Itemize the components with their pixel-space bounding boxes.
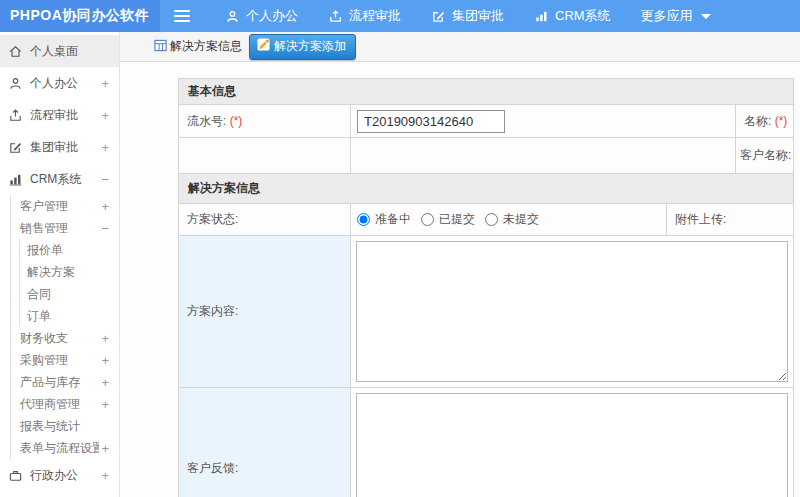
sidebar-item-personal-office[interactable]: 个人办公 +: [0, 67, 119, 99]
expand-marker[interactable]: +: [101, 140, 109, 155]
sidebar-item-label: 产品与库存: [20, 374, 99, 391]
status-radio-submitted[interactable]: [421, 213, 434, 226]
crm-submenu: 客户管理 + 销售管理 − 报价单 解决方案 合同 订单 财务收支 +: [10, 195, 119, 459]
expand-marker[interactable]: −: [101, 221, 109, 236]
status-label-cell: 方案状态:: [179, 204, 351, 236]
customer-feedback-textarea[interactable]: [356, 393, 788, 497]
nav-personal-office[interactable]: 个人办公: [210, 0, 313, 32]
serial-number-label: 流水号:: [187, 114, 226, 128]
expand-marker[interactable]: +: [101, 353, 109, 368]
sidebar-item-label: 个人办公: [30, 75, 99, 92]
nav-workflow-approval[interactable]: 流程审批: [313, 0, 416, 32]
share-icon: [328, 9, 343, 24]
sidebar-item-agent-management[interactable]: 代理商管理 +: [11, 393, 119, 415]
sidebar-item-contract[interactable]: 合同: [20, 283, 119, 305]
tab-solution-add[interactable]: 解决方案添加: [249, 34, 356, 60]
expand-marker[interactable]: −: [101, 172, 109, 187]
expand-marker[interactable]: +: [101, 375, 109, 390]
sidebar-item-label: 财务收支: [20, 330, 99, 347]
feedback-label-cell: 客户反馈:: [179, 388, 351, 497]
sidebar-item-quotation[interactable]: 报价单: [20, 239, 119, 261]
tab-label: 解决方案信息: [170, 38, 242, 55]
attachment-label-cell: 附件上传:: [667, 204, 794, 236]
share-icon: [8, 108, 23, 123]
tab-solution-info[interactable]: 解决方案信息: [154, 38, 242, 55]
tab-strip: 解决方案信息 解决方案添加: [120, 32, 800, 62]
expand-marker[interactable]: +: [101, 468, 109, 483]
sidebar-item-order[interactable]: 订单: [20, 305, 119, 327]
expand-marker[interactable]: +: [101, 76, 109, 91]
nav-label: 集团审批: [452, 7, 504, 25]
empty-label-cell: [179, 138, 351, 174]
sidebar-item-label: 行政办公: [30, 467, 99, 484]
app-logo: PHPOA协同办公软件: [0, 0, 160, 32]
feedback-field-cell: [351, 388, 794, 497]
sidebar-item-products-inventory[interactable]: 产品与库存 +: [11, 371, 119, 393]
sidebar-item-label: 流程审批: [30, 107, 99, 124]
main-content: 解决方案信息 解决方案添加 基本信息 流水号: (*) 名称:: [120, 32, 800, 497]
sidebar-item-label: 个人桌面: [30, 43, 107, 60]
home-icon: [8, 44, 23, 59]
status-radio-preparing[interactable]: [357, 213, 370, 226]
user-icon: [8, 76, 23, 91]
caret-down-icon: [701, 14, 711, 19]
nav-crm-system[interactable]: CRM系统: [519, 0, 626, 32]
nav-label: 个人办公: [246, 7, 298, 25]
serial-number-label-cell: 流水号: (*): [179, 105, 351, 138]
status-option-label[interactable]: 已提交: [439, 211, 475, 228]
section-header-basic-info: 基本信息: [179, 79, 794, 105]
edit-icon: [431, 9, 446, 24]
sidebar-item-reports-statistics[interactable]: 报表与统计: [11, 415, 119, 437]
customer-name-label: 客户名称:: [740, 148, 791, 162]
required-mark: (*): [775, 114, 788, 128]
status-option-label[interactable]: 未提交: [503, 211, 539, 228]
required-mark: (*): [230, 114, 243, 128]
status-radio-unsubmitted[interactable]: [485, 213, 498, 226]
sidebar-item-form-workflow-settings[interactable]: 表单与流程设置 +: [11, 437, 119, 459]
sidebar-item-procurement[interactable]: 采购管理 +: [11, 349, 119, 371]
table-icon: [154, 39, 167, 55]
expand-marker[interactable]: +: [101, 331, 109, 346]
sidebar-item-workflow-approval[interactable]: 流程审批 +: [0, 99, 119, 131]
nav-label: CRM系统: [555, 7, 611, 25]
solution-content-textarea[interactable]: [356, 241, 788, 382]
hamburger-menu-icon[interactable]: [174, 0, 190, 32]
name-label: 名称:: [744, 114, 771, 128]
sidebar-item-label: 集团审批: [30, 139, 99, 156]
sidebar-item-solution[interactable]: 解决方案: [20, 261, 119, 283]
expand-marker[interactable]: +: [101, 397, 109, 412]
sidebar-item-group-approval[interactable]: 集团审批 +: [0, 131, 119, 163]
expand-marker[interactable]: +: [101, 199, 109, 214]
sidebar-item-human-resources[interactable]: 人力资源 +: [0, 491, 119, 497]
serial-number-input[interactable]: [357, 110, 505, 133]
sidebar-item-label: 合同: [27, 286, 109, 303]
content-label-cell: 方案内容:: [179, 236, 351, 388]
solution-form: 基本信息 流水号: (*) 名称: (*) 客户名称:: [178, 78, 793, 497]
expand-marker[interactable]: +: [101, 108, 109, 123]
status-field-cell: 准备中 已提交 未提交: [351, 204, 667, 236]
sidebar-item-label: CRM系统: [30, 171, 99, 188]
sidebar-item-label: 客户管理: [20, 198, 99, 215]
content-field-cell: [351, 236, 794, 388]
sidebar-item-crm-system[interactable]: CRM系统 −: [0, 163, 119, 195]
bar-chart-icon: [8, 172, 23, 187]
nav-label: 更多应用: [641, 7, 693, 25]
sidebar-item-sales-management[interactable]: 销售管理 −: [11, 217, 119, 239]
sidebar-item-finance[interactable]: 财务收支 +: [11, 327, 119, 349]
sidebar-item-personal-desktop[interactable]: 个人桌面: [0, 35, 119, 67]
nav-label: 流程审批: [349, 7, 401, 25]
nav-group-approval[interactable]: 集团审批: [416, 0, 519, 32]
sidebar-item-label: 报表与统计: [20, 418, 107, 435]
bar-chart-icon: [534, 9, 549, 24]
solution-info-table: 解决方案信息 方案状态: 准备中 已提交 未提交 附件上传: 方案内容:: [178, 173, 794, 497]
sidebar-item-admin-office[interactable]: 行政办公 +: [0, 459, 119, 491]
expand-marker[interactable]: +: [101, 441, 109, 456]
tab-label: 解决方案添加: [274, 38, 346, 55]
nav-more-apps[interactable]: 更多应用: [626, 0, 726, 32]
top-nav: 个人办公 流程审批 集团审批 CRM系统 更多应用: [210, 0, 726, 32]
serial-number-field-cell: [351, 105, 736, 138]
pencil-badge-icon: [257, 38, 270, 54]
sidebar-item-customer-management[interactable]: 客户管理 +: [11, 195, 119, 217]
sidebar-item-label: 订单: [27, 308, 109, 325]
status-option-label[interactable]: 准备中: [375, 211, 411, 228]
